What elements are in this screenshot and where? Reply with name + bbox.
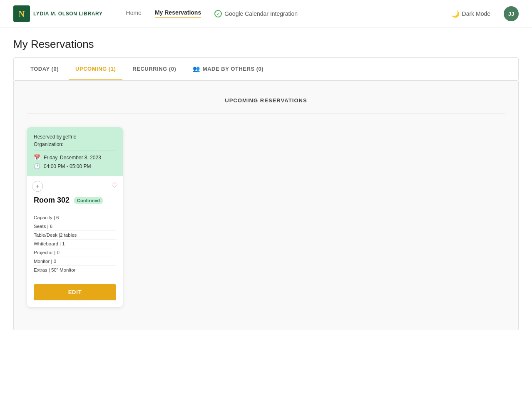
nav: Home My Reservations ✓ Google Calendar I… [126,6,519,21]
detail-table-desk: Table/Desk |2 tables [34,231,116,240]
detail-projector: Projector | 0 [34,248,116,257]
dark-mode-label: Dark Mode [462,10,490,17]
detail-whiteboard: Whiteboard | 1 [34,240,116,248]
reservations-area: UPCOMING RESERVATIONS Reserved by jjeffr… [13,81,519,330]
calendar-icon: 📅 [34,154,40,161]
card-room-row: Room 302 Confirmed [34,196,116,205]
edit-button[interactable]: EDIT [34,284,116,300]
reservation-card: Reserved by jjeffrie Organization: 📅 Fri… [27,127,123,307]
card-add-button[interactable]: + [32,181,43,192]
card-time: 04:00 PM - 05:00 PM [44,163,91,169]
tab-today[interactable]: TODAY (0) [24,58,65,80]
nav-google-calendar[interactable]: ✓ Google Calendar Integration [214,10,298,17]
svg-text:N: N [19,10,25,19]
tab-recurring[interactable]: RECURRING (0) [126,58,183,80]
avatar-initials: JJ [508,11,514,17]
main-content: TODAY (0) UPCOMING (1) RECURRING (0) 👥 M… [0,57,532,344]
card-time-row: 🕐 04:00 PM - 05:00 PM [34,163,116,169]
avatar[interactable]: JJ [504,6,519,21]
card-details: Capacity | 6 Seats | 6 Table/Desk |2 tab… [34,210,116,274]
card-body: + ♡ Room 302 Confirmed Capacity | 6 Seat… [27,176,123,279]
google-calendar-label: Google Calendar Integration [224,10,298,17]
card-date-row: 📅 Friday, December 8, 2023 [34,154,116,161]
detail-seats: Seats | 6 [34,222,116,231]
section-title: UPCOMING RESERVATIONS [27,97,505,104]
card-date: Friday, December 8, 2023 [44,155,101,161]
nav-reservations[interactable]: My Reservations [155,9,201,18]
tabs-container: TODAY (0) UPCOMING (1) RECURRING (0) 👥 M… [13,57,519,81]
section-divider [27,114,505,114]
detail-extras: Extras | 50" Monitor [34,266,116,274]
dark-mode-toggle[interactable]: 🌙 Dark Mode [451,10,490,18]
card-favorite-button[interactable]: ♡ [111,181,118,190]
page-title-area: My Reservations [0,28,532,57]
card-inner-divider [34,151,116,151]
logo[interactable]: N LYDIA M. OLSON LIBRARY [13,5,103,22]
card-reserved-by: Reserved by jjeffrie [34,134,116,140]
detail-monitor: Monitor | 0 [34,257,116,266]
logo-icon: N [13,5,30,22]
card-room-name: Room 302 [34,196,70,205]
nav-home[interactable]: Home [126,10,142,18]
card-organization: Organization: [34,141,116,147]
moon-icon: 🌙 [451,10,460,18]
tabs: TODAY (0) UPCOMING (1) RECURRING (0) 👥 M… [24,58,508,80]
page-title: My Reservations [13,38,519,51]
header: N LYDIA M. OLSON LIBRARY Home My Reserva… [0,0,532,28]
detail-capacity: Capacity | 6 [34,213,116,222]
status-badge: Confirmed [74,197,103,204]
clock-icon: 🕐 [34,163,40,169]
people-icon: 👥 [193,65,200,72]
check-circle-icon: ✓ [214,10,222,17]
logo-text: LYDIA M. OLSON LIBRARY [33,11,103,17]
tab-upcoming[interactable]: UPCOMING (1) [69,58,122,80]
tab-made-by-others[interactable]: 👥 MADE BY OTHERS (0) [186,58,270,80]
card-top: Reserved by jjeffrie Organization: 📅 Fri… [27,127,123,176]
